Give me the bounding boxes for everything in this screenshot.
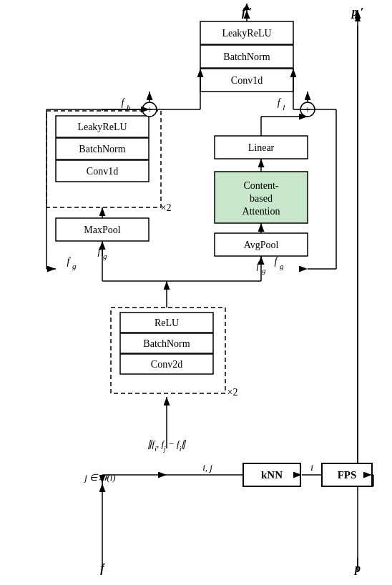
svg-text:based: based [250,193,273,204]
svg-text:BatchNorm: BatchNorm [143,338,190,349]
svg-text:LeakyReLU: LeakyReLU [222,28,271,39]
svg-text:BatchNorm: BatchNorm [223,51,270,62]
svg-text:Conv2d: Conv2d [151,359,182,370]
svg-text:×2: ×2 [161,202,172,213]
svg-text:j ∈ 𝒩(i): j ∈ 𝒩(i) [83,472,115,483]
svg-text:p: p [353,562,361,575]
svg-text:Content-: Content- [244,180,279,191]
svg-text:i: i [310,462,313,473]
svg-text:×2: ×2 [227,387,238,398]
svg-text:MaxPool: MaxPool [84,225,120,235]
svg-text:f g: f g [67,256,77,270]
svg-text:f g: f g [275,256,284,270]
svg-text:Attention: Attention [242,206,280,217]
svg-text:kNN: kNN [261,469,283,481]
svg-text:Linear: Linear [248,142,275,153]
svg-text:LeakyReLU: LeakyReLU [77,122,127,132]
svg-text:BatchNorm: BatchNorm [79,144,125,154]
svg-text:i, j: i, j [202,462,212,473]
svg-text:ReLU: ReLU [155,318,179,328]
svg-text:AvgPool: AvgPool [244,240,279,250]
svg-text:Conv1d: Conv1d [87,166,118,177]
svg-text:f l: f l [278,97,285,112]
svg-text:Conv1d: Conv1d [231,75,263,86]
svg-text:f: f [100,562,105,575]
diagram-svg: LeakyReLU BatchNorm Conv1d f ′ p ′ Leaky… [0,0,392,585]
svg-text:FPS: FPS [338,469,357,481]
